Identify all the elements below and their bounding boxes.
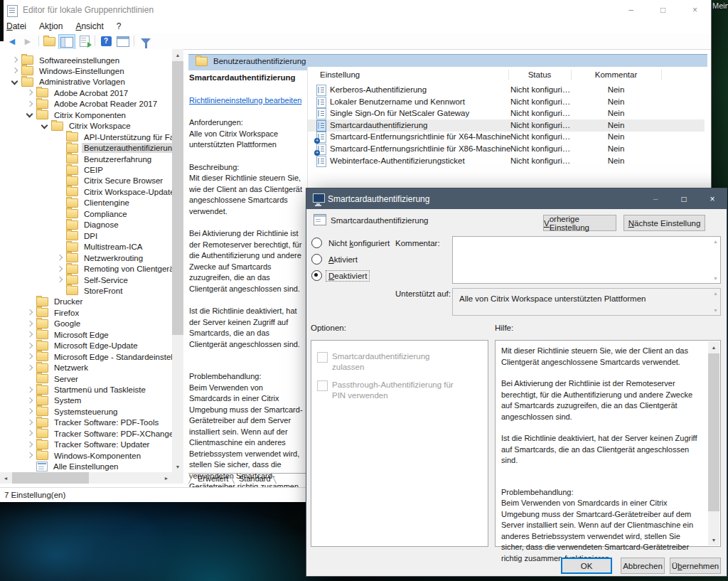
window-titlebar[interactable]: Editor für lokale Gruppenrichtlinien – □… <box>0 0 711 20</box>
tree-item[interactable]: Multistream-ICA <box>54 242 144 252</box>
menu-item-datei[interactable]: Datei <box>0 20 33 31</box>
option-checkbox-row[interactable]: Smartcardauthentifizierung zulassen <box>317 351 464 372</box>
close-icon[interactable]: × <box>698 188 727 209</box>
tree-item[interactable]: Systemsteuerung <box>24 406 120 417</box>
radio-button-icon[interactable] <box>311 254 322 265</box>
tree-item[interactable]: Google <box>24 319 82 329</box>
previous-setting-button[interactable]: Vorherige Einstellung <box>543 215 616 231</box>
expand-icon[interactable] <box>24 341 36 351</box>
expand-icon[interactable] <box>24 87 36 98</box>
tree-item[interactable]: Citrix Komponenten <box>24 110 128 120</box>
expand-icon[interactable] <box>9 55 21 65</box>
close-icon[interactable]: × <box>679 0 711 20</box>
expand-icon[interactable] <box>24 439 36 450</box>
expand-icon[interactable] <box>24 395 36 406</box>
new-window-icon[interactable] <box>115 34 131 48</box>
tree-item[interactable]: Netzwerk <box>24 363 90 373</box>
tree-item[interactable]: Netzwerkrouting <box>54 252 145 263</box>
radio-button-icon[interactable] <box>311 270 322 281</box>
column-header-einstellung[interactable]: Einstellung <box>320 67 360 82</box>
scroll-down-icon[interactable]: ▼ <box>708 534 719 545</box>
option-checkbox-row[interactable]: Passthrough-Authentifizierung für PIN ve… <box>317 380 464 400</box>
scroll-down-icon[interactable]: ▼ <box>172 461 183 472</box>
export-list-icon[interactable] <box>77 34 92 48</box>
supported-on-field[interactable]: Alle von Citrix Workspace unterstützten … <box>452 288 721 316</box>
tree-item[interactable]: Adobe Acrobat 2017 <box>24 87 130 98</box>
menu-item-hilfe[interactable]: ? <box>110 20 128 31</box>
tree-item[interactable]: Administrative Vorlagen <box>9 77 127 87</box>
expand-icon[interactable] <box>9 65 21 76</box>
tree-item[interactable]: DPI <box>54 230 100 241</box>
tree-item[interactable]: Server <box>24 373 80 384</box>
tab-erweitert[interactable]: Erweitert <box>193 474 232 486</box>
expand-icon[interactable] <box>24 99 36 110</box>
tree-horizontal-scrollbar[interactable]: ◄ ► <box>0 472 172 484</box>
tree-item[interactable]: Benutzererfahrung <box>54 154 154 164</box>
list-item[interactable]: Webinterface-AuthentifizierungsticketNic… <box>308 155 705 167</box>
bernehmen-button[interactable]: Übernehmen <box>670 558 721 574</box>
desktop-icon-label[interactable]: Mein <box>712 1 728 10</box>
radio-button-icon[interactable] <box>311 238 322 248</box>
edit-policy-link[interactable]: Richtlinieneinstellung bearbeiten <box>189 95 301 107</box>
radio-nichtkonfiguriert[interactable]: Nicht konfiguriert <box>311 237 392 249</box>
filter-icon[interactable] <box>138 34 154 48</box>
column-header-kommentar[interactable]: Kommentar <box>571 67 661 82</box>
checkbox-icon[interactable] <box>317 352 328 363</box>
tree-item[interactable]: Firefox <box>24 307 81 318</box>
collapse-icon[interactable] <box>9 77 21 87</box>
tree-vertical-scrollbar[interactable]: ▲ ▼ <box>172 49 183 472</box>
tree-item[interactable]: Drucker <box>24 297 85 307</box>
tree-item[interactable]: Microsoft Edge - Standardeinstellung <box>24 351 172 362</box>
tree-item[interactable]: CEIP <box>54 165 105 176</box>
column-header-status[interactable]: Status <box>508 67 571 82</box>
expand-icon[interactable] <box>24 319 36 329</box>
tab-standard[interactable]: Standard <box>235 474 275 486</box>
tree-item[interactable]: Self-Service <box>54 274 130 285</box>
scrollbar-thumb[interactable] <box>708 353 719 511</box>
tree-item[interactable]: Adobe Acrobat Reader 2017 <box>24 99 159 110</box>
list-item[interactable]: Single Sign-On für NetScaler GatewayNich… <box>308 107 705 119</box>
tree-item[interactable]: Tracker Software: PDF-Tools <box>24 417 161 428</box>
menu-item-aktion[interactable]: Aktion <box>33 20 69 31</box>
expand-icon[interactable] <box>24 351 36 362</box>
expand-icon[interactable] <box>54 264 66 274</box>
radio-aktiviert[interactable]: Aktiviert <box>311 253 360 265</box>
comment-textarea[interactable]: ▲ ▼ <box>452 236 721 284</box>
list-item[interactable]: +Smartcard-Entfernungsrichtlinie für X64… <box>308 131 705 143</box>
maximize-icon[interactable]: □ <box>647 0 679 20</box>
list-item[interactable]: Lokaler Benutzername und KennwortNicht k… <box>308 96 705 108</box>
forward-icon[interactable]: ► <box>20 34 36 48</box>
expand-icon[interactable] <box>24 428 36 439</box>
tree-item[interactable]: Startmenü und Taskleiste <box>24 385 148 395</box>
collapse-icon[interactable] <box>24 110 36 120</box>
up-folder-icon[interactable] <box>41 34 57 48</box>
scrollbar-thumb[interactable] <box>172 61 183 335</box>
minimize-icon[interactable]: – <box>615 0 647 20</box>
column-separator[interactable] <box>571 70 572 80</box>
tree-item[interactable]: Diagnose <box>54 220 121 230</box>
scroll-left-icon[interactable]: ◄ <box>0 472 11 484</box>
tree-item[interactable]: Windows-Einstellungen <box>9 65 127 76</box>
tree-item[interactable]: Tracker Software: PDF-XChange Edito <box>24 428 172 439</box>
tree-item[interactable]: Tracker Software: Updater <box>24 439 151 450</box>
menu-item-ansicht[interactable]: Ansicht <box>69 20 109 31</box>
expand-icon[interactable] <box>24 417 36 428</box>
radio-deaktiviert[interactable]: Deaktiviert <box>311 270 369 282</box>
expand-icon[interactable] <box>54 274 66 285</box>
tree-item[interactable]: Compliance <box>54 208 129 219</box>
tree-item[interactable]: API-Unterstützung für Fast Co <box>54 132 172 142</box>
list-item[interactable]: Kerberos-AuthentifizierungNicht konfigur… <box>308 84 705 96</box>
list-item[interactable]: SmartcardauthentifizierungNicht konfigur… <box>308 119 705 132</box>
expand-icon[interactable] <box>24 406 36 417</box>
tree-item[interactable]: Citrix Workspace <box>39 121 133 132</box>
scroll-up-icon[interactable]: ▲ <box>708 341 719 353</box>
expand-icon[interactable] <box>24 307 36 318</box>
expand-icon[interactable] <box>24 450 36 461</box>
list-item[interactable]: +Smartcard-Entfernungsrichtlinie für X86… <box>308 143 705 155</box>
expand-icon[interactable] <box>24 363 36 373</box>
next-setting-button[interactable]: Nächste Einstellung <box>623 215 705 231</box>
back-icon[interactable]: ◄ <box>4 34 20 48</box>
maximize-icon[interactable]: □ <box>670 188 698 209</box>
scroll-right-icon[interactable]: ► <box>161 472 172 484</box>
show-console-tree-icon[interactable] <box>58 34 75 50</box>
